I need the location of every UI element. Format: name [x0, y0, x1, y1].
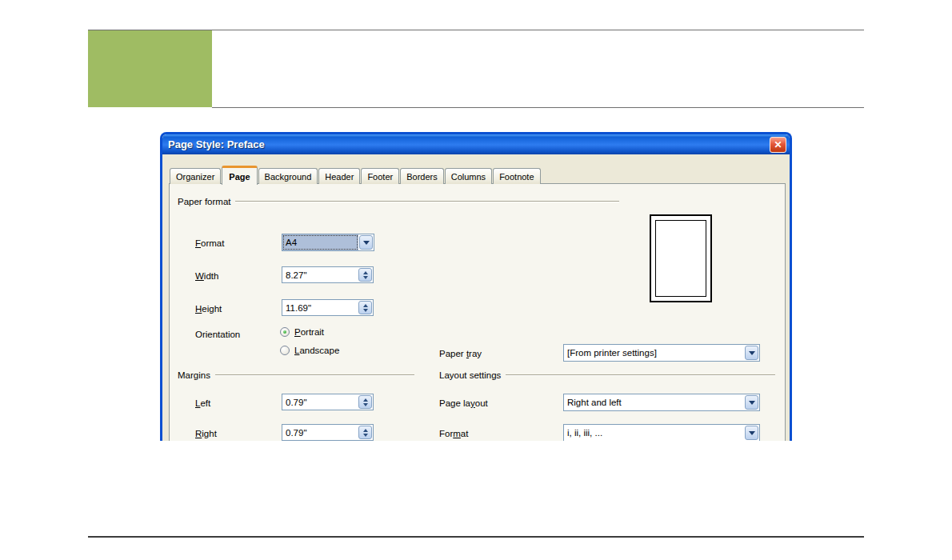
- spinner-down-icon: [363, 309, 368, 312]
- width-spinner[interactable]: [358, 268, 372, 282]
- spinner-down-icon: [363, 276, 368, 279]
- close-icon: ✕: [774, 140, 782, 150]
- portrait-radio-button[interactable]: [280, 327, 290, 337]
- width-value[interactable]: 8.27": [282, 270, 358, 280]
- paper-tray-combobox-value[interactable]: [From printer settings]: [564, 345, 744, 361]
- page-layout-combobox-value[interactable]: Right and left: [564, 394, 744, 410]
- orientation-label: Orientation: [195, 330, 240, 339]
- chevron-down-icon: [749, 401, 755, 405]
- spinner-up-icon: [363, 271, 368, 274]
- format-label: Format: [195, 238, 224, 248]
- group-rule: [215, 374, 414, 376]
- page-preview: [650, 214, 712, 302]
- margin-right-spinfield[interactable]: 0.79": [282, 424, 374, 441]
- format-combobox-value[interactable]: A4: [282, 234, 358, 250]
- format-combobox[interactable]: A4: [282, 234, 374, 251]
- spinner-up-icon: [363, 429, 368, 432]
- spinner-down-icon: [363, 434, 368, 437]
- chevron-down-icon: [363, 241, 370, 245]
- dialog-titlebar[interactable]: Page Style: Preface ✕: [162, 134, 790, 154]
- page-layout-combobox[interactable]: Right and left: [563, 394, 760, 411]
- landscape-radio[interactable]: Landscape: [280, 346, 339, 355]
- page-style-dialog: Page Style: Preface ✕ Organizer Page Bac…: [160, 132, 792, 441]
- margin-left-spinner[interactable]: [358, 395, 372, 409]
- page-layout-label: Page layout: [439, 398, 488, 408]
- page-tab-panel: Paper format Format A4 Width 8.27" Heigh…: [169, 183, 786, 441]
- paper-tray-combobox[interactable]: [From printer settings]: [563, 344, 760, 362]
- height-label: Height: [195, 304, 222, 314]
- layout-settings-group-label: Layout settings: [439, 370, 501, 380]
- spinner-down-icon: [363, 403, 368, 406]
- margin-right-spinner[interactable]: [358, 426, 372, 439]
- landscape-radio-button[interactable]: [280, 346, 290, 355]
- numbering-format-combobox[interactable]: i, ii, iii, ...: [563, 424, 760, 441]
- close-button[interactable]: ✕: [770, 137, 786, 153]
- spinner-up-icon: [363, 304, 368, 307]
- margin-left-value[interactable]: 0.79": [282, 398, 358, 407]
- tab-borders[interactable]: Borders: [400, 168, 444, 184]
- dialog-title: Page Style: Preface: [168, 138, 770, 150]
- portrait-radio[interactable]: Portrait: [280, 327, 324, 337]
- tab-columns[interactable]: Columns: [445, 168, 492, 184]
- paper-tray-label: Paper tray: [439, 349, 482, 358]
- tab-header[interactable]: Header: [318, 168, 360, 184]
- tab-footer[interactable]: Footer: [361, 168, 399, 184]
- group-rule: [506, 374, 775, 376]
- chevron-down-icon: [749, 431, 755, 435]
- margin-left-spinfield[interactable]: 0.79": [282, 394, 374, 410]
- portrait-radio-label: Portrait: [294, 327, 324, 337]
- margin-left-label: Left: [195, 398, 210, 408]
- height-spinfield[interactable]: 11.69": [282, 299, 374, 316]
- margins-group-label: Margins: [178, 370, 210, 380]
- layout-settings-group-header: Layout settings: [439, 370, 775, 380]
- tab-footnote[interactable]: Footnote: [493, 168, 540, 184]
- page-layout-combobox-dropdown-button[interactable]: [745, 395, 758, 410]
- format-combobox-dropdown-button[interactable]: [359, 235, 373, 250]
- numbering-format-combobox-value[interactable]: i, ii, iii, ...: [564, 425, 744, 441]
- chevron-down-icon: [749, 351, 755, 355]
- paper-format-group-label: Paper format: [178, 197, 230, 206]
- slide-bottom-rule: [88, 536, 864, 538]
- tab-organizer[interactable]: Organizer: [170, 168, 221, 184]
- spinner-up-icon: [363, 398, 368, 402]
- width-label: Width: [195, 271, 218, 281]
- margin-right-label: Right: [195, 429, 217, 438]
- margins-group-header: Margins: [178, 370, 414, 380]
- slide-header-rule: [212, 107, 864, 108]
- height-spinner[interactable]: [358, 301, 372, 314]
- numbering-format-label: Format: [439, 429, 468, 438]
- tab-page[interactable]: Page: [222, 166, 257, 185]
- paper-format-group-header: Paper format: [178, 197, 619, 206]
- landscape-radio-label: Landscape: [294, 346, 339, 355]
- slide-accent-block: [88, 30, 212, 107]
- numbering-format-combobox-dropdown-button[interactable]: [745, 426, 758, 440]
- tab-strip: Organizer Page Background Header Footer …: [170, 165, 542, 184]
- tab-background[interactable]: Background: [258, 168, 318, 184]
- group-rule: [235, 201, 619, 202]
- paper-tray-combobox-dropdown-button[interactable]: [745, 346, 758, 360]
- margin-right-value[interactable]: 0.79": [282, 428, 358, 438]
- height-value[interactable]: 11.69": [282, 303, 358, 313]
- width-spinfield[interactable]: 8.27": [282, 266, 374, 283]
- page-preview-margins: [655, 220, 706, 297]
